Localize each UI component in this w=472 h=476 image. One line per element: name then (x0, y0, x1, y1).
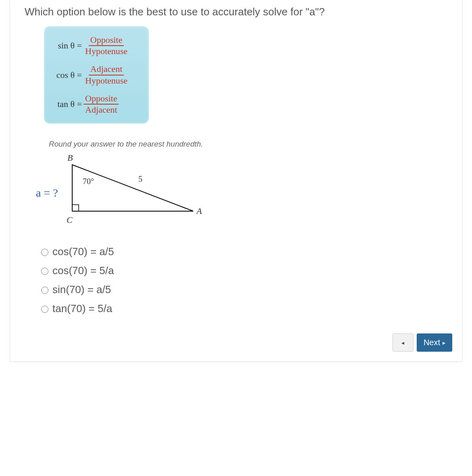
question-panel: Which option below is the best to use to… (10, 0, 462, 362)
option-1-label: cos(70) = a/5 (52, 245, 114, 258)
formula-tan-den: Adjacent (84, 105, 119, 115)
chevron-left-icon: ◂ (401, 340, 404, 346)
next-button[interactable]: Next ▸ (417, 333, 452, 352)
option-1-radio[interactable] (41, 249, 48, 256)
formula-cos-den: Hypotenuse (84, 75, 129, 86)
formula-sin: sin θ = Opposite Hypotenuse (50, 35, 142, 56)
option-4-radio[interactable] (41, 306, 48, 313)
formula-tan-num: Opposite (84, 94, 119, 105)
option-3-label: sin(70) = a/5 (52, 283, 111, 296)
formula-tan-fraction: Opposite Adjacent (84, 94, 119, 115)
answer-options: cos(70) = a/5 cos(70) = 5/a sin(70) = a/… (39, 245, 462, 315)
option-2-label: cos(70) = 5/a (52, 264, 114, 277)
question-text: Which option below is the best to use to… (10, 0, 462, 26)
instruction-text: Round your answer to the nearest hundred… (49, 140, 462, 149)
chevron-right-icon: ▸ (443, 340, 445, 346)
triangle-figure: a = ? B C A 70° 5 (36, 153, 213, 233)
formula-tan-lhs: tan θ = (50, 99, 84, 109)
prev-button[interactable]: ◂ (393, 333, 414, 352)
side-a-label: a = ? (36, 187, 58, 199)
formula-tan: tan θ = Opposite Adjacent (50, 94, 142, 115)
vertex-a-label: A (196, 206, 202, 216)
svg-rect-1 (72, 205, 79, 211)
trig-formula-card: sin θ = Opposite Hypotenuse cos θ = Adja… (44, 26, 149, 124)
triangle-svg (68, 161, 197, 217)
next-button-label: Next (424, 338, 440, 347)
formula-cos: cos θ = Adjacent Hypotenuse (50, 64, 142, 85)
formula-sin-fraction: Opposite Hypotenuse (84, 35, 129, 56)
formula-cos-num: Adjacent (89, 64, 124, 75)
formula-sin-den: Hypotenuse (84, 46, 129, 56)
svg-marker-0 (72, 165, 193, 211)
formula-sin-num: Opposite (89, 35, 124, 46)
option-2-radio[interactable] (41, 268, 48, 275)
option-4[interactable]: tan(70) = 5/a (39, 302, 462, 315)
option-1[interactable]: cos(70) = a/5 (39, 245, 462, 258)
option-2[interactable]: cos(70) = 5/a (39, 264, 462, 277)
nav-footer: ◂ Next ▸ (10, 321, 462, 352)
formula-sin-lhs: sin θ = (50, 40, 84, 51)
formula-cos-fraction: Adjacent Hypotenuse (84, 64, 129, 85)
option-3-radio[interactable] (41, 287, 48, 294)
formula-cos-lhs: cos θ = (50, 70, 84, 80)
option-3[interactable]: sin(70) = a/5 (39, 283, 462, 296)
option-4-label: tan(70) = 5/a (52, 302, 112, 315)
